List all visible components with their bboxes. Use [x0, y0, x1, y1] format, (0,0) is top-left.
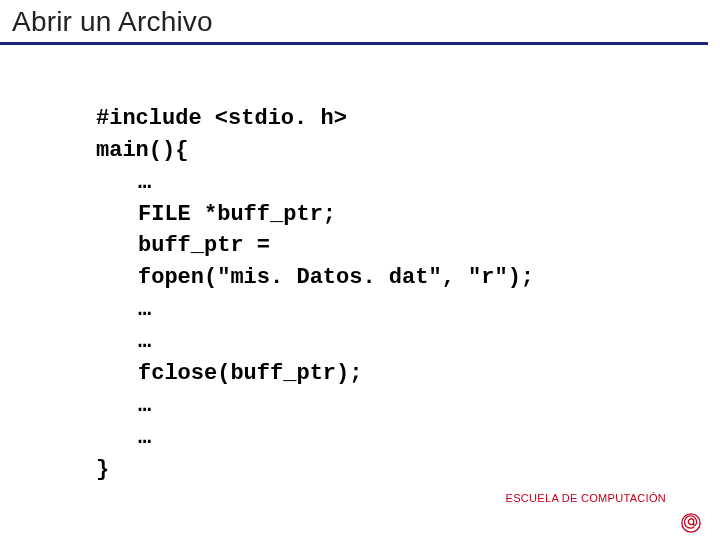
title-underline — [0, 42, 708, 45]
code-line: fclose(buff_ptr); — [96, 358, 720, 390]
code-line: … — [96, 422, 720, 454]
code-line: #include <stdio. h> — [96, 106, 347, 131]
title-area: Abrir un Archivo — [0, 0, 720, 38]
code-line: buff_ptr = — [96, 230, 720, 262]
slide-title: Abrir un Archivo — [12, 6, 708, 38]
code-line: fopen("mis. Datos. dat", "r"); — [96, 262, 720, 294]
slide: Abrir un Archivo #include <stdio. h> mai… — [0, 0, 720, 540]
code-line: … — [96, 294, 720, 326]
code-line: … — [96, 390, 720, 422]
code-line: … — [96, 167, 720, 199]
code-line: FILE *buff_ptr; — [96, 199, 720, 231]
code-line: } — [96, 457, 109, 482]
footer-text: ESCUELA DE COMPUTACIÓN — [506, 492, 666, 504]
code-line: … — [96, 326, 720, 358]
code-line: main(){ — [96, 138, 188, 163]
at-logo-icon — [680, 512, 702, 534]
code-block: #include <stdio. h> main(){ …FILE *buff_… — [96, 71, 720, 517]
